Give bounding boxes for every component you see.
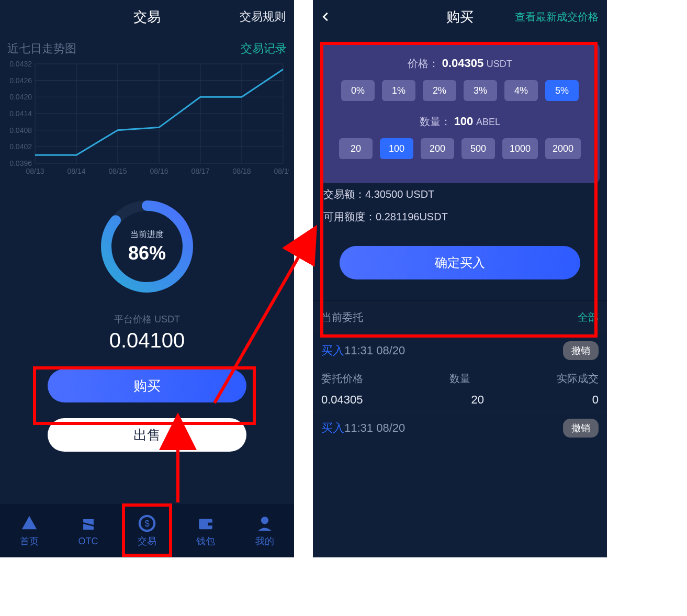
qty-chip[interactable]: 20	[339, 138, 373, 159]
avail-line: 可用额度：0.281196USDT	[313, 206, 607, 228]
qty-unit: ABEL	[476, 117, 500, 127]
rules-link[interactable]: 交易规则	[240, 9, 286, 25]
price-unit: USDT	[487, 59, 512, 69]
progress-value: 86%	[128, 242, 166, 264]
order-item: 买入11:31 08/20撤销委托价格数量实际成交0.04305200	[313, 334, 607, 411]
trend-chart: 0.03960.04020.04080.04140.04200.04260.04…	[0, 61, 294, 182]
col-price: 委托价格	[321, 372, 363, 386]
nav-mine[interactable]: 我的	[235, 504, 294, 557]
val-price: 0.04305	[321, 393, 363, 407]
qty-chip[interactable]: 1000	[502, 138, 538, 159]
trend-header-row: 近七日走势图 交易记录	[0, 33, 294, 61]
svg-text:08/14: 08/14	[67, 167, 85, 175]
page-title: 交易	[133, 8, 161, 26]
left-top-bar: 交易 交易规则	[0, 0, 294, 33]
nav-home[interactable]: 首页	[0, 504, 59, 557]
cancel-order-button[interactable]: 撤销	[563, 419, 599, 438]
svg-text:08/18: 08/18	[232, 167, 251, 175]
buy-screen: 购买 查看最新成交价格 价格： 0.04305 USDT 0%1%2%3%4%5…	[313, 0, 607, 557]
progress-ring-wrap: 当前进度 86%	[0, 182, 294, 303]
svg-text:08/17: 08/17	[191, 167, 209, 175]
nav-trade[interactable]: $ 交易	[118, 504, 176, 557]
order-all-link[interactable]: 全部	[578, 310, 599, 324]
order-side: 买入	[321, 344, 344, 357]
nav-trade-label: 交易	[138, 535, 156, 547]
svg-text:0.0414: 0.0414	[9, 109, 32, 118]
user-icon	[255, 514, 274, 533]
percent-chip-row: 0%1%2%3%4%5%	[329, 80, 591, 101]
buy-button[interactable]: 购买	[48, 369, 246, 402]
col-filled: 实际成交	[557, 372, 599, 386]
price-value: 0.04305	[442, 57, 484, 70]
order-side: 买入	[321, 421, 344, 434]
order-time: 11:31 08/20	[344, 421, 405, 434]
right-top-bar: 购买 查看最新成交价格	[313, 0, 607, 33]
records-link[interactable]: 交易记录	[241, 41, 287, 57]
svg-point-34	[261, 517, 268, 524]
order-item: 买入11:31 08/20撤销	[313, 411, 607, 442]
bottom-nav: 首页 OTC $ 交易 钱包 我的	[0, 504, 294, 557]
platform-price: 平台价格 USDT 0.04100	[0, 303, 294, 356]
avail-value: 0.281196USDT	[376, 211, 448, 222]
nav-mine-label: 我的	[255, 535, 274, 547]
trade-screen: 交易 交易规则 近七日走势图 交易记录 0.03960.04020.04080.…	[0, 0, 294, 557]
nav-otc[interactable]: OTC	[59, 504, 117, 557]
svg-text:08/13: 08/13	[26, 167, 44, 175]
volume-value: 4.30500 USDT	[365, 188, 434, 200]
order-list: 当前委托 全部 买入11:31 08/20撤销委托价格数量实际成交0.04305…	[313, 300, 607, 442]
percent-chip[interactable]: 5%	[545, 80, 579, 101]
qty-label: 数量：	[420, 116, 451, 127]
confirm-buy-button[interactable]: 确定买入	[340, 246, 580, 279]
val-filled: 0	[592, 393, 599, 407]
volume-label: 交易额：	[323, 188, 365, 200]
val-qty: 20	[471, 393, 483, 407]
qty-row: 数量： 100 ABEL	[329, 115, 591, 129]
percent-chip[interactable]: 1%	[382, 80, 415, 101]
price-row: 价格： 0.04305 USDT	[329, 57, 591, 71]
svg-text:08/16: 08/16	[150, 167, 168, 175]
percent-chip[interactable]: 2%	[423, 80, 456, 101]
chevron-left-icon	[320, 11, 332, 23]
back-button[interactable]	[320, 11, 332, 23]
progress-label: 当前进度	[130, 229, 164, 240]
order-list-header: 当前委托 全部	[313, 301, 607, 334]
svg-text:0.0396: 0.0396	[9, 159, 32, 167]
nav-wallet[interactable]: 钱包	[176, 504, 235, 557]
progress-ring: 当前进度 86%	[97, 197, 197, 296]
qty-chip[interactable]: 200	[421, 138, 454, 159]
order-card: 价格： 0.04305 USDT 0%1%2%3%4%5% 数量： 100 AB…	[320, 43, 600, 183]
trade-icon: $	[138, 514, 156, 533]
order-time: 11:31 08/20	[344, 344, 405, 357]
svg-text:08/19: 08/19	[274, 167, 289, 175]
percent-chip[interactable]: 3%	[464, 80, 497, 101]
right-page-title: 购买	[446, 8, 474, 26]
price-value: 0.04100	[0, 329, 294, 352]
price-label: 平台价格 USDT	[0, 313, 294, 326]
qty-chip[interactable]: 500	[461, 138, 495, 159]
qty-chip[interactable]: 2000	[545, 138, 581, 159]
order-header-label: 当前委托	[321, 310, 363, 324]
svg-rect-33	[208, 523, 213, 526]
progress-center: 当前进度 86%	[97, 197, 197, 296]
qty-chip-row: 2010020050010002000	[329, 138, 591, 159]
svg-text:08/15: 08/15	[108, 167, 127, 175]
percent-chip[interactable]: 4%	[504, 80, 538, 101]
nav-home-label: 首页	[20, 535, 39, 547]
col-qty: 数量	[449, 372, 470, 386]
otc-icon	[79, 515, 98, 534]
avail-label: 可用额度：	[323, 211, 376, 222]
sell-button[interactable]: 出售	[48, 418, 246, 452]
volume-line: 交易额：4.30500 USDT	[313, 183, 607, 206]
latest-price-link[interactable]: 查看最新成交价格	[515, 10, 599, 24]
qty-value: 100	[454, 115, 474, 128]
cancel-order-button[interactable]: 撤销	[563, 341, 599, 360]
svg-text:0.0408: 0.0408	[9, 126, 32, 135]
svg-text:0.0420: 0.0420	[9, 93, 32, 101]
percent-chip[interactable]: 0%	[341, 80, 375, 101]
home-icon	[20, 514, 39, 533]
price-label: 价格：	[408, 58, 439, 69]
wallet-icon	[196, 514, 215, 533]
qty-chip[interactable]: 100	[380, 138, 413, 159]
svg-text:0.0432: 0.0432	[9, 61, 32, 68]
trend-label: 近七日走势图	[7, 41, 76, 57]
